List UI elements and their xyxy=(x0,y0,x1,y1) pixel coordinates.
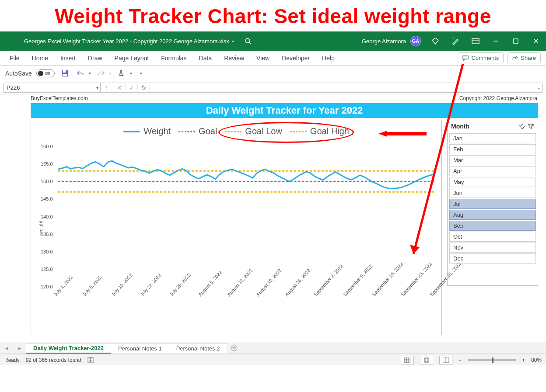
user-area[interactable]: George Alzamora GA xyxy=(362,36,421,46)
legend-goal-high: Goal High xyxy=(290,126,349,136)
sheet-tab-2[interactable]: Personal Notes 2 xyxy=(169,343,228,354)
share-button[interactable]: Share xyxy=(507,52,541,63)
month-slicer[interactable]: Month JanFebMarAprMayJunJulAugSepOctNovD… xyxy=(447,120,538,286)
plus-icon xyxy=(231,344,238,351)
legend-goal-low-label: Goal Low xyxy=(245,126,282,136)
add-sheet-button[interactable] xyxy=(227,342,241,354)
formula-expand-icon[interactable]: ⌄ xyxy=(537,85,540,90)
pen-button[interactable] xyxy=(445,31,466,51)
ribbon-tab-insert[interactable]: Insert xyxy=(54,51,82,65)
touch-mode-button[interactable] xyxy=(116,68,127,79)
chart-svg xyxy=(58,146,434,287)
search-button[interactable] xyxy=(242,35,254,47)
save-button[interactable] xyxy=(59,68,70,79)
y-tick: 120.0 xyxy=(41,284,53,289)
slicer-title: Month xyxy=(451,123,469,130)
ribbon-tab-developer[interactable]: Developer xyxy=(276,51,316,65)
filename-area[interactable]: Georges Excel Weight Tracker Year 2022 -… xyxy=(24,38,234,45)
y-tick: 135.0 xyxy=(41,232,53,237)
x-axis-labels: July 1, 2022July 8, 2022July 15, 2022Jul… xyxy=(58,289,434,333)
share-label: Share xyxy=(521,55,536,61)
status-bar: Ready 92 of 365 records found − + 80% xyxy=(0,354,546,365)
formula-bar[interactable]: ⌄ xyxy=(150,83,542,93)
zoom-out-button[interactable]: − xyxy=(458,357,462,363)
slicer-item-oct[interactable]: Oct xyxy=(449,232,536,242)
slicer-item-apr[interactable]: Apr xyxy=(449,166,536,176)
touch-icon xyxy=(118,69,126,77)
zoom-in-button[interactable]: + xyxy=(522,357,525,363)
slicer-item-feb[interactable]: Feb xyxy=(449,144,536,154)
ribbon-tab-page-layout[interactable]: Page Layout xyxy=(108,51,155,65)
save-icon xyxy=(61,69,69,77)
svg-rect-11 xyxy=(63,74,67,76)
ribbon-tab-draw[interactable]: Draw xyxy=(82,51,108,65)
slicer-item-jun[interactable]: Jun xyxy=(449,188,536,198)
ribbon-mode-icon xyxy=(472,38,480,44)
redo-button[interactable] xyxy=(95,68,107,79)
ribbon-tab-file[interactable]: File xyxy=(4,51,26,65)
slicer-item-mar[interactable]: Mar xyxy=(449,155,536,165)
filename-dropdown-icon[interactable]: ▾ xyxy=(232,39,234,44)
user-avatar[interactable]: GA xyxy=(410,36,421,46)
legend-goal-label: Goal xyxy=(199,126,217,136)
fx-label[interactable]: fx xyxy=(137,84,150,91)
sheet-tab-1[interactable]: Personal Notes 1 xyxy=(111,343,169,354)
slicer-item-aug[interactable]: Aug xyxy=(449,210,536,220)
accessibility-icon[interactable] xyxy=(87,357,94,364)
sheet-tabs: ◂ ▸ Daily Weight Tracker-2022Personal No… xyxy=(0,342,546,354)
ribbon-tab-help[interactable]: Help xyxy=(316,51,341,65)
comments-button[interactable]: Comments xyxy=(458,52,504,63)
sheet-tab-0[interactable]: Daily Weight Tracker-2022 xyxy=(26,343,111,354)
ribbon-mode-button[interactable] xyxy=(466,31,486,51)
ribbon-tabs: FileHomeInsertDrawPage LayoutFormulasDat… xyxy=(0,51,546,66)
ribbon-tab-view[interactable]: View xyxy=(250,51,276,65)
slicer-item-jan[interactable]: Jan xyxy=(449,133,536,143)
slicer-item-may[interactable]: May xyxy=(449,177,536,187)
y-tick: 150.0 xyxy=(41,179,53,184)
chart-area[interactable]: Weight Goal Goal Low Goal High weight xyxy=(31,120,442,335)
annotation-title: Weight Tracker Chart: Set ideal weight r… xyxy=(0,0,546,31)
slicer-item-nov[interactable]: Nov xyxy=(449,243,536,253)
autosave-toggle[interactable]: Off xyxy=(36,69,55,77)
comment-icon xyxy=(462,55,469,61)
enter-formula-button[interactable]: ✓ xyxy=(125,84,137,91)
page-break-view-button[interactable] xyxy=(439,356,452,364)
undo-button[interactable] xyxy=(75,68,86,79)
redo-dropdown-icon[interactable]: ▾ xyxy=(109,71,112,76)
slicer-item-sep[interactable]: Sep xyxy=(449,221,536,231)
maximize-button[interactable] xyxy=(506,31,526,51)
zoom-slider[interactable] xyxy=(468,359,516,361)
close-button[interactable] xyxy=(526,31,546,51)
ribbon-tab-home[interactable]: Home xyxy=(26,51,54,65)
slicer-item-dec[interactable]: Dec xyxy=(449,253,536,264)
undo-dropdown-icon[interactable]: ▾ xyxy=(89,71,91,76)
qat-customize-icon[interactable]: ▾ xyxy=(140,71,142,76)
expand-formula-button[interactable]: ⋮ xyxy=(101,84,113,91)
touch-dropdown-icon[interactable]: ▾ xyxy=(130,71,132,76)
legend-weight-label: Weight xyxy=(144,126,171,136)
ribbon-tab-data[interactable]: Data xyxy=(193,51,218,65)
sheet-nav-prev[interactable]: ◂ xyxy=(0,342,13,354)
legend-goal: Goal xyxy=(178,126,217,136)
search-icon xyxy=(245,38,252,45)
legend-weight: Weight xyxy=(123,126,171,136)
diamond-button[interactable] xyxy=(425,31,445,51)
name-box-value: P226 xyxy=(7,84,20,91)
minimize-button[interactable] xyxy=(486,31,506,51)
filename-text: Georges Excel Weight Tracker Year 2022 -… xyxy=(24,38,229,45)
copyright-text: Copyright 2022 George Alzamora xyxy=(459,95,537,101)
multi-select-icon[interactable] xyxy=(518,123,525,129)
slicer-item-jul[interactable]: Jul xyxy=(449,199,536,209)
namebox-dropdown-icon[interactable]: ▾ xyxy=(96,85,98,90)
ribbon-tab-review[interactable]: Review xyxy=(218,51,250,65)
clear-filter-icon[interactable] xyxy=(527,123,534,129)
name-box[interactable]: P226 ▾ xyxy=(4,83,101,93)
page-layout-view-button[interactable] xyxy=(420,356,433,364)
zoom-level[interactable]: 80% xyxy=(531,357,542,363)
normal-view-button[interactable] xyxy=(401,356,414,364)
sheet-nav-next[interactable]: ▸ xyxy=(13,342,26,354)
maximize-icon xyxy=(513,38,519,44)
pen-icon xyxy=(452,37,459,45)
ribbon-tab-formulas[interactable]: Formulas xyxy=(155,51,192,65)
cancel-formula-button[interactable]: ✕ xyxy=(113,84,125,91)
